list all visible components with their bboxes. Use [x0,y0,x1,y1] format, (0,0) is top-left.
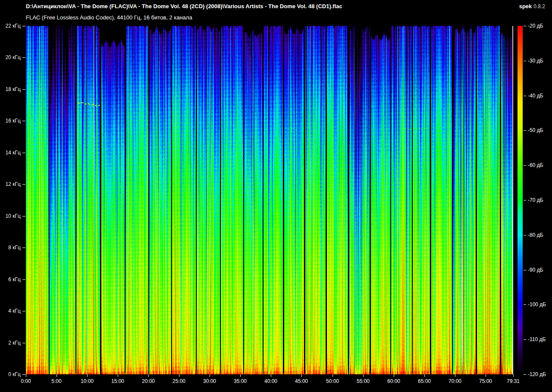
file-path: D:\Антициклон\VA - The Dome (FLAC)\VA - … [26,3,342,9]
db-tick-label: -110 дБ [528,336,546,342]
app-version: 0.8.2 [533,3,545,9]
format-info: FLAC (Free Lossless Audio Codec), 44100 … [26,14,192,21]
frequency-tick [22,121,25,121]
time-tick-label: 65:00 [412,378,436,384]
time-tick-label: 50:00 [320,378,345,384]
frequency-tick [22,216,25,216]
db-tick-label: -100 дБ [528,301,546,307]
frequency-tick-label: 4 кГц [0,308,21,314]
time-tick [424,374,425,377]
frequency-tick-label: 16 кГц [0,118,21,124]
db-tick-label: -50 дБ [528,127,543,133]
db-tick [524,339,526,340]
time-tick [148,374,149,377]
colorbar [518,26,523,374]
time-tick-label: 10:00 [75,378,99,384]
time-tick [87,374,88,377]
frequency-tick [22,248,25,248]
db-tick-label: -30 дБ [528,58,543,64]
time-tick [455,374,455,377]
db-tick [524,61,526,61]
time-tick-label: 55:00 [351,378,375,384]
time-tick-label: 75:00 [474,378,498,384]
frequency-tick [22,184,25,185]
time-tick [118,374,118,377]
time-tick-label: 60:00 [382,378,406,384]
db-tick-label: -90 дБ [528,267,543,273]
time-tick-label: 5:00 [44,378,69,384]
app-brand: spek0.8.2 [519,3,545,9]
frequency-tick [22,89,25,90]
time-tick-label: 30:00 [198,378,222,384]
app-name: spek [519,3,532,9]
frequency-tick-label: 8 кГц [0,245,21,251]
time-tick-label: 45:00 [289,378,314,384]
db-tick-label: -60 дБ [528,162,543,168]
time-tick [56,374,57,377]
frequency-tick-label: 10 кГц [0,213,21,219]
frequency-tick-label: 12 кГц [0,181,21,187]
frequency-tick-label: 14 кГц [0,150,21,156]
spek-window: { "header": { "file_path": "D:\\Антицикл… [0,0,552,392]
db-tick [524,165,526,166]
frequency-tick-label: 18 кГц [0,86,21,92]
frequency-tick [22,26,25,26]
frequency-tick-label: 20 кГц [0,54,21,60]
time-tick [486,374,486,377]
frequency-tick-label: 6 кГц [0,276,21,282]
time-tick [332,374,333,377]
time-tick-label: 70:00 [443,378,467,384]
db-tick-label: -120 дБ [528,371,546,377]
time-tick [271,374,271,377]
time-tick-label: 79:31 [501,378,525,384]
time-tick [210,374,210,377]
time-tick-label: 40:00 [259,378,283,384]
time-tick [301,374,302,377]
frequency-tick [22,279,25,280]
db-tick-label: -80 дБ [528,232,543,238]
time-tick [26,374,26,377]
time-tick-label: 20:00 [136,378,160,384]
db-tick-label: -40 дБ [528,93,543,99]
frequency-tick [22,311,25,311]
db-tick [524,304,526,305]
frequency-tick [22,57,25,58]
db-tick [524,270,526,270]
db-tick [524,130,526,131]
db-tick [524,374,526,375]
frequency-tick-label: 0 кГц [0,371,21,377]
frequency-tick [22,153,25,153]
time-tick [179,374,179,377]
time-tick-label: 15:00 [106,378,130,384]
time-tick-label: 35:00 [228,378,252,384]
time-tick [363,374,364,377]
frequency-tick-label: 22 кГц [0,23,21,29]
spectrogram-canvas [26,26,513,374]
time-tick [394,374,394,377]
db-tick [524,96,526,96]
time-tick [240,374,241,377]
db-tick [524,26,526,26]
time-tick [513,374,514,377]
db-tick-label: -20 дБ [528,23,543,29]
db-tick [524,200,526,201]
time-tick-label: 25:00 [167,378,191,384]
frequency-tick [22,374,25,375]
frequency-tick [22,343,25,343]
db-tick-label: -70 дБ [528,197,543,203]
frequency-tick-label: 2 кГц [0,340,21,346]
time-tick-label: 0:00 [14,378,38,384]
db-tick [524,235,526,235]
